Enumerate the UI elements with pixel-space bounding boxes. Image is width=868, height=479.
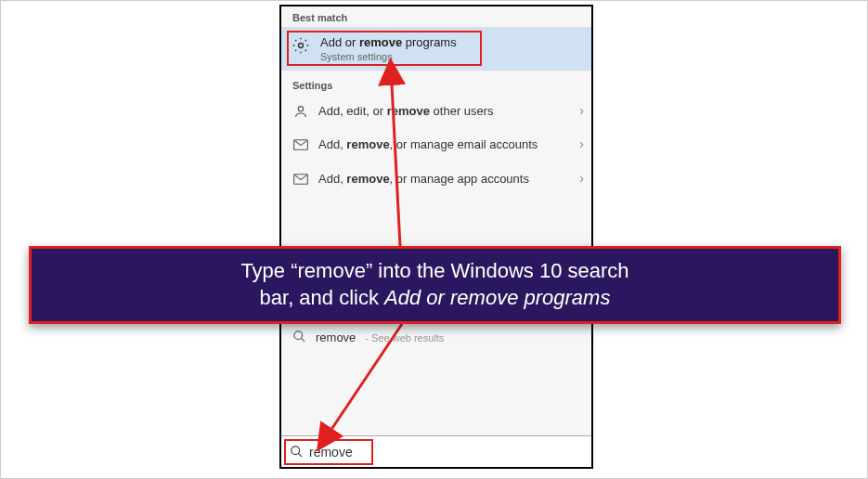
search-icon (289, 445, 304, 460)
search-results-panel: Best match Add or remove programs System… (279, 5, 593, 469)
person-icon (292, 104, 309, 119)
settings-item-app-accounts[interactable]: Add, remove, or manage app accounts › (281, 162, 591, 196)
settings-header: Settings (281, 74, 591, 95)
settings-item-label: Add, remove, or manage email accounts (318, 137, 538, 152)
mail-icon (292, 138, 309, 151)
settings-item-label: Add, remove, or manage app accounts (318, 172, 529, 187)
best-match-sub: System settings (320, 51, 457, 62)
best-match-bold: remove (359, 35, 402, 49)
settings-item-email[interactable]: Add, remove, or manage email accounts › (281, 128, 591, 162)
web-result-item[interactable]: remove - See web results (281, 320, 591, 356)
best-match-header: Best match (281, 6, 591, 27)
chevron-right-icon: › (579, 171, 584, 188)
best-match-item[interactable]: Add or remove programs System settings (281, 27, 591, 71)
best-match-suffix: programs (402, 35, 457, 49)
settings-item-users[interactable]: Add, edit, or remove other users › (281, 95, 591, 128)
mail-icon (292, 173, 309, 186)
svg-line-7 (298, 453, 302, 457)
canvas: Best match Add or remove programs System… (0, 0, 868, 479)
best-match-text: Add or remove programs System settings (320, 35, 457, 62)
gear-icon (291, 35, 311, 56)
search-icon (292, 330, 306, 346)
chevron-right-icon: › (579, 137, 584, 154)
chevron-right-icon: › (579, 103, 584, 120)
settings-item-label: Add, edit, or remove other users (318, 104, 494, 119)
svg-point-0 (299, 44, 304, 48)
svg-point-1 (298, 107, 303, 111)
web-result-term: remove (316, 330, 356, 344)
svg-line-5 (301, 338, 304, 342)
svg-point-6 (291, 447, 299, 455)
best-match-prefix: Add or (320, 35, 359, 49)
instruction-banner: Type “remove” into the Windows 10 search… (29, 246, 841, 324)
search-input[interactable] (309, 445, 402, 460)
svg-point-4 (294, 331, 303, 340)
web-result-hint: - See web results (365, 332, 444, 343)
search-bar[interactable] (281, 435, 591, 467)
